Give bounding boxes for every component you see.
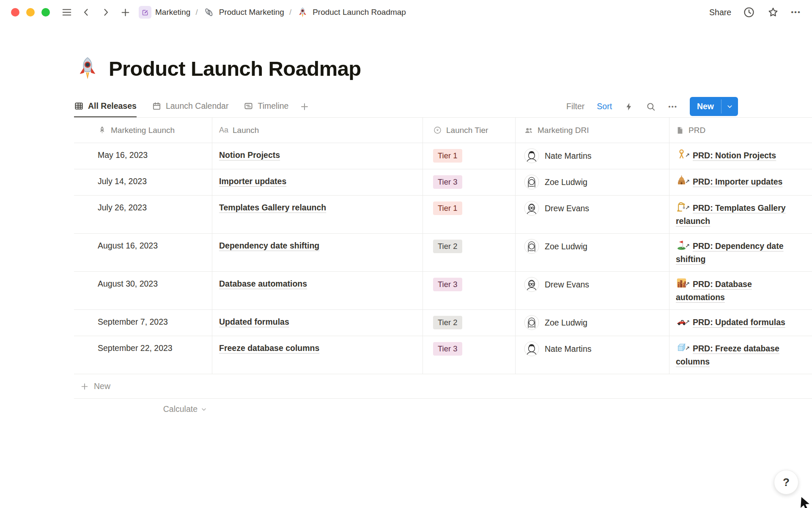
- breadcrumb-item-marketing[interactable]: Marketing: [139, 6, 190, 19]
- page-property-icon: [676, 126, 684, 135]
- prd-cell[interactable]: ↗ PRD: Notion Projects: [669, 143, 812, 169]
- marketing-launch-date[interactable]: August 30, 2023: [98, 279, 158, 288]
- back-button[interactable]: [80, 6, 92, 18]
- column-header-prd[interactable]: PRD: [669, 118, 812, 143]
- launch-cell[interactable]: Freeze database columns: [212, 336, 423, 374]
- marketing-dri-cell[interactable]: Drew Evans: [516, 272, 669, 309]
- add-view-icon[interactable]: [299, 102, 310, 112]
- marketing-launch-date[interactable]: August 16, 2023: [98, 241, 158, 250]
- prd-page-link[interactable]: PRD: Templates Gallery relaunch: [676, 203, 786, 226]
- tier-badge[interactable]: Tier 2: [433, 316, 462, 329]
- updates-clock-icon[interactable]: [743, 6, 755, 19]
- tier-badge[interactable]: Tier 1: [433, 149, 462, 163]
- prd-page-link[interactable]: PRD: Dependency date shifting: [676, 241, 784, 264]
- prd-page-link[interactable]: PRD: Freeze database columns: [676, 344, 779, 366]
- launch-page-link[interactable]: Dependency date shifting: [219, 241, 319, 250]
- prd-page-link[interactable]: PRD: Notion Projects: [693, 151, 776, 160]
- marketing-dri-cell[interactable]: Zoe Ludwig: [516, 169, 669, 195]
- new-button-label[interactable]: New: [690, 97, 721, 116]
- automations-bolt-icon[interactable]: [624, 102, 634, 111]
- prd-cell[interactable]: ↗ PRD: Freeze database columns: [669, 336, 812, 374]
- marketing-launch-cell[interactable]: July 26, 2023: [74, 196, 212, 233]
- tier-badge[interactable]: Tier 3: [433, 278, 462, 291]
- sort-button[interactable]: Sort: [597, 102, 612, 111]
- marketing-launch-cell[interactable]: July 14, 2023: [74, 169, 212, 195]
- marketing-launch-cell[interactable]: September 22, 2023: [74, 336, 212, 374]
- launch-cell[interactable]: Templates Gallery relaunch: [212, 196, 423, 233]
- prd-cell[interactable]: ↗ PRD: Updated formulas: [669, 310, 812, 336]
- launch-tier-cell[interactable]: Tier 1: [423, 196, 516, 233]
- launch-cell[interactable]: Database automations: [212, 272, 423, 309]
- breadcrumb-item-product-launch-roadmap[interactable]: Product Launch Roadmap: [296, 6, 406, 19]
- marketing-dri-cell[interactable]: Zoe Ludwig: [516, 310, 669, 336]
- text-property-icon: Aa: [219, 124, 228, 137]
- more-options-icon[interactable]: •••: [791, 8, 801, 17]
- new-tab-button[interactable]: [119, 6, 131, 18]
- marketing-dri-cell[interactable]: Nate Martins: [516, 336, 669, 374]
- column-header-launch-tier[interactable]: Launch Tier: [423, 118, 516, 143]
- close-window-button[interactable]: [11, 8, 19, 17]
- view-tab-timeline[interactable]: Timeline: [244, 96, 288, 117]
- column-header-marketing-dri[interactable]: Marketing DRI: [516, 118, 669, 143]
- tier-badge[interactable]: Tier 3: [433, 342, 462, 356]
- launch-tier-cell[interactable]: Tier 3: [423, 272, 516, 309]
- tier-badge[interactable]: Tier 3: [433, 175, 462, 189]
- marketing-dri-cell[interactable]: Drew Evans: [516, 196, 669, 233]
- marketing-launch-cell[interactable]: September 7, 2023: [74, 310, 212, 336]
- sidebar-menu-icon[interactable]: [61, 6, 73, 18]
- launch-cell[interactable]: Updated formulas: [212, 310, 423, 336]
- tier-badge[interactable]: Tier 2: [433, 240, 462, 253]
- calculate-button[interactable]: Calculate: [74, 399, 212, 414]
- view-tab-all-releases[interactable]: All Releases: [74, 96, 137, 117]
- launch-tier-cell[interactable]: Tier 1: [423, 143, 516, 169]
- launch-page-link[interactable]: Database automations: [219, 279, 307, 288]
- column-header-launch[interactable]: Aa Launch: [212, 118, 423, 143]
- prd-cell[interactable]: ↗ PRD: Templates Gallery relaunch: [669, 196, 812, 233]
- favorite-star-icon[interactable]: [767, 6, 779, 19]
- filter-button[interactable]: Filter: [566, 102, 584, 111]
- launch-page-link[interactable]: Templates Gallery relaunch: [219, 203, 326, 212]
- marketing-launch-cell[interactable]: May 16, 2023: [74, 143, 212, 169]
- breadcrumb-item-product-marketing[interactable]: Product Marketing: [203, 6, 284, 19]
- column-header-marketing-launch[interactable]: Marketing Launch: [74, 118, 212, 143]
- view-tab-launch-calendar[interactable]: Launch Calendar: [152, 96, 229, 117]
- launch-tier-cell[interactable]: Tier 3: [423, 169, 516, 195]
- launch-cell[interactable]: Notion Projects: [212, 143, 423, 169]
- launch-page-link[interactable]: Freeze database columns: [219, 343, 319, 353]
- marketing-launch-date[interactable]: July 14, 2023: [98, 177, 147, 186]
- launch-tier-cell[interactable]: Tier 2: [423, 234, 516, 271]
- page-title[interactable]: Product Launch Roadmap: [109, 57, 361, 80]
- marketing-launch-date[interactable]: May 16, 2023: [98, 150, 148, 160]
- zoom-window-button[interactable]: [41, 8, 50, 17]
- marketing-launch-date[interactable]: July 26, 2023: [98, 203, 147, 212]
- prd-cell[interactable]: ↗ PRD: Importer updates: [669, 169, 812, 195]
- launch-page-link[interactable]: Importer updates: [219, 177, 286, 186]
- prd-cell[interactable]: ↗ PRD: Database automations: [669, 272, 812, 309]
- marketing-launch-cell[interactable]: August 30, 2023: [74, 272, 212, 309]
- marketing-launch-date[interactable]: September 22, 2023: [98, 343, 173, 353]
- launch-page-link[interactable]: Notion Projects: [219, 150, 280, 160]
- share-button[interactable]: Share: [709, 8, 731, 17]
- prd-page-link[interactable]: PRD: Updated formulas: [693, 318, 785, 327]
- help-button[interactable]: ?: [774, 470, 798, 494]
- launch-tier-cell[interactable]: Tier 2: [423, 310, 516, 336]
- launch-page-link[interactable]: Updated formulas: [219, 317, 289, 326]
- view-options-icon[interactable]: •••: [668, 103, 678, 110]
- launch-cell[interactable]: Importer updates: [212, 169, 423, 195]
- prd-cell[interactable]: ↗ PRD: Dependency date shifting: [669, 234, 812, 271]
- search-icon[interactable]: [646, 102, 656, 112]
- tier-badge[interactable]: Tier 1: [433, 202, 462, 215]
- launch-tier-cell[interactable]: Tier 3: [423, 336, 516, 374]
- minimize-window-button[interactable]: [26, 8, 35, 17]
- marketing-launch-cell[interactable]: August 16, 2023: [74, 234, 212, 271]
- new-button[interactable]: New: [690, 97, 738, 116]
- page-rocket-emoji-icon[interactable]: [75, 56, 100, 81]
- new-button-chevron-down-icon[interactable]: [721, 97, 738, 116]
- launch-cell[interactable]: Dependency date shifting: [212, 234, 423, 271]
- marketing-dri-cell[interactable]: Zoe Ludwig: [516, 234, 669, 271]
- marketing-dri-cell[interactable]: Nate Martins: [516, 143, 669, 169]
- forward-button[interactable]: [100, 6, 112, 18]
- prd-page-link[interactable]: PRD: Importer updates: [693, 177, 782, 186]
- marketing-launch-date[interactable]: September 7, 2023: [98, 317, 168, 326]
- new-row-button[interactable]: New: [74, 374, 812, 399]
